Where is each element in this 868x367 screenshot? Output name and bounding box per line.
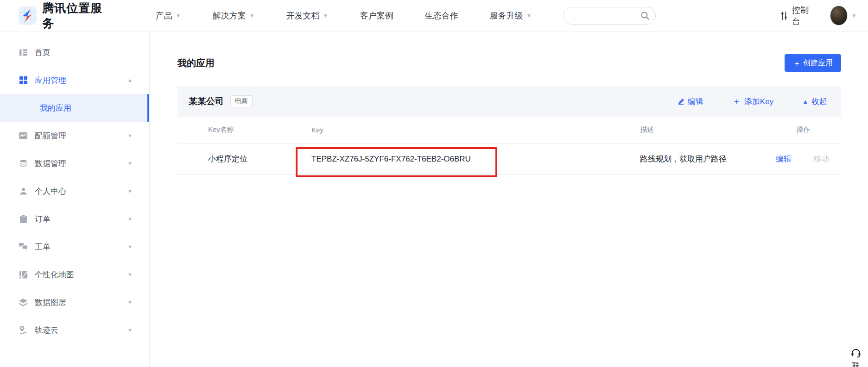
order-icon xyxy=(19,214,28,224)
sidebar-item-label: 轨迹云 xyxy=(35,325,58,336)
contact-widget[interactable]: 联 xyxy=(847,347,865,367)
sidebar-item-data-management[interactable]: 数据管理 ▼ xyxy=(0,149,149,177)
create-app-label: 创建应用 xyxy=(803,58,833,68)
sidebar-item-label: 个人中心 xyxy=(35,186,66,197)
col-header-description: 描述 xyxy=(640,125,776,134)
track-cloud-icon xyxy=(19,325,28,335)
compass-icon xyxy=(19,6,37,25)
nav-item-docs[interactable]: 开发文档 ▼ xyxy=(286,10,329,21)
sidebar-item-my-apps[interactable]: 我的应用 xyxy=(0,94,149,122)
chevron-down-icon: ▼ xyxy=(249,12,255,19)
apps-grid-icon xyxy=(19,75,28,85)
search-icon[interactable] xyxy=(640,11,650,20)
sidebar-item-custom-map[interactable]: 个性化地图 ▼ xyxy=(0,261,149,288)
key-description-cell: 路线规划，获取用户路径 xyxy=(640,154,776,164)
key-table: Key名称 Key 描述 操作 小程序定位 TEPBZ-XZ76J-5ZYF6-… xyxy=(177,117,841,175)
user-icon xyxy=(19,187,28,196)
nav-item-upgrade[interactable]: 服务升级 ▼ xyxy=(489,10,532,21)
database-icon xyxy=(19,159,28,168)
sidebar-item-label: 配额管理 xyxy=(35,131,66,141)
chevron-down-icon: ▼ xyxy=(127,161,133,166)
sidebar-item-label: 首页 xyxy=(35,47,51,58)
tencent-lbs-console: 腾讯位置服务 产品 ▼ 解决方案 ▼ 开发文档 ▼ 客户案例 生态合作 服务升级 xyxy=(0,0,868,367)
search-input[interactable] xyxy=(571,12,640,19)
sidebar: 首页 应用管理 ▲ 我的应用 xyxy=(0,32,150,367)
collapse-button[interactable]: ▲ 收起 xyxy=(802,96,827,107)
chevron-down-icon: ▼ xyxy=(176,12,181,19)
sidebar-item-label: 工单 xyxy=(35,242,51,252)
ticket-icon xyxy=(19,242,28,251)
layers-icon xyxy=(19,298,28,307)
chevron-down-icon: ▼ xyxy=(526,12,532,19)
plus-icon: ＋ xyxy=(793,58,801,68)
edit-app-button[interactable]: 编辑 xyxy=(678,96,703,107)
chevron-down-icon: ▼ xyxy=(323,12,329,19)
sidebar-item-label: 订单 xyxy=(35,214,51,224)
chevron-down-icon: ▼ xyxy=(127,133,133,138)
chevron-down-icon: ▼ xyxy=(127,299,133,305)
contact-label: 联 xyxy=(847,361,865,367)
create-app-button[interactable]: ＋ 创建应用 xyxy=(785,54,841,72)
sidebar-subitem-label: 我的应用 xyxy=(40,103,71,113)
brand-logo[interactable]: 腾讯位置服务 xyxy=(19,0,113,31)
sliders-icon xyxy=(780,11,788,21)
chevron-up-icon: ▲ xyxy=(127,77,133,83)
main-content: 我的应用 ＋ 创建应用 某某公司 电商 xyxy=(150,32,868,367)
nav-label: 客户案例 xyxy=(360,10,393,21)
sidebar-item-work-orders[interactable]: 工单 ▼ xyxy=(0,233,149,261)
search-box[interactable] xyxy=(563,7,656,25)
key-table-header: Key名称 Key 描述 操作 xyxy=(177,117,841,143)
company-tag: 电商 xyxy=(230,95,253,107)
nav-label: 产品 xyxy=(156,10,172,21)
chevron-up-icon: ▲ xyxy=(802,98,808,105)
key-value-cell: TEPBZ-XZ76J-5ZYF6-FX762-T6EB2-O6BRU xyxy=(311,155,640,164)
chevron-down-icon: ▼ xyxy=(127,327,133,333)
app-card-header: 某某公司 电商 编辑 ＋ 添加Key xyxy=(177,86,841,117)
sidebar-item-personal-center[interactable]: 个人中心 ▼ xyxy=(0,177,149,205)
add-key-label: 添加Key xyxy=(744,96,773,107)
console-link[interactable]: 控制台 xyxy=(780,5,814,27)
sidebar-item-label: 数据图层 xyxy=(35,297,66,308)
pencil-icon xyxy=(678,98,684,105)
custom-map-icon xyxy=(19,270,28,279)
nav-item-cases[interactable]: 客户案例 xyxy=(360,10,393,21)
nav-label: 生态合作 xyxy=(424,10,458,21)
row-edit-link[interactable]: 编辑 xyxy=(776,154,792,164)
sidebar-item-track-cloud[interactable]: 轨迹云 ▼ xyxy=(0,316,149,344)
sidebar-item-home[interactable]: 首页 xyxy=(0,38,149,66)
plus-icon: ＋ xyxy=(732,95,741,107)
sidebar-item-quota-management[interactable]: 配额管理 ▼ xyxy=(0,122,149,149)
user-avatar[interactable] xyxy=(830,6,848,25)
quota-chart-icon xyxy=(19,131,28,140)
edit-app-label: 编辑 xyxy=(688,96,703,107)
chevron-down-icon: ▼ xyxy=(127,216,133,222)
home-list-icon xyxy=(19,48,28,57)
col-header-key-name: Key名称 xyxy=(208,125,311,134)
row-actions: 编辑 移动 xyxy=(776,154,830,164)
sidebar-item-label: 数据管理 xyxy=(35,158,66,169)
nav-item-solutions[interactable]: 解决方案 ▼ xyxy=(213,10,255,21)
app-card: 某某公司 电商 编辑 ＋ 添加Key xyxy=(177,86,841,175)
nav-label: 开发文档 xyxy=(286,10,320,21)
sidebar-item-app-management[interactable]: 应用管理 ▲ xyxy=(0,66,149,94)
col-header-operations: 操作 xyxy=(776,125,830,134)
primary-nav: 产品 ▼ 解决方案 ▼ 开发文档 ▼ 客户案例 生态合作 服务升级 ▼ xyxy=(156,10,564,21)
page-title: 我的应用 xyxy=(177,57,215,69)
chevron-down-icon[interactable]: ▼ xyxy=(851,12,857,19)
sidebar-item-orders[interactable]: 订单 ▼ xyxy=(0,205,149,233)
table-row: 小程序定位 TEPBZ-XZ76J-5ZYF6-FX762-T6EB2-O6BR… xyxy=(177,143,841,175)
nav-item-products[interactable]: 产品 ▼ xyxy=(156,10,181,21)
navbar-right: 控制台 ▼ xyxy=(563,5,857,27)
add-key-button[interactable]: ＋ 添加Key xyxy=(732,95,773,107)
collapse-label: 收起 xyxy=(811,96,827,107)
console-label: 控制台 xyxy=(792,5,814,27)
sidebar-item-label: 应用管理 xyxy=(35,75,66,86)
sidebar-item-label: 个性化地图 xyxy=(35,269,74,280)
nav-label: 服务升级 xyxy=(489,10,523,21)
page-header: 我的应用 ＋ 创建应用 xyxy=(177,52,841,74)
col-header-key: Key xyxy=(311,126,640,134)
nav-item-ecosystem[interactable]: 生态合作 xyxy=(424,10,458,21)
sidebar-item-data-layers[interactable]: 数据图层 ▼ xyxy=(0,288,149,316)
nav-label: 解决方案 xyxy=(213,10,246,21)
chevron-down-icon: ▼ xyxy=(127,272,133,277)
